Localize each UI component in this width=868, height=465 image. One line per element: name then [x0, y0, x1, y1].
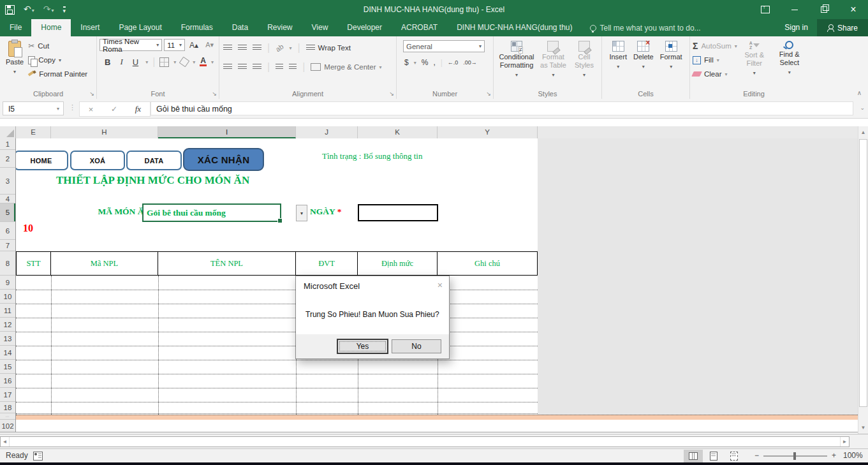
tab-review[interactable]: Review — [258, 19, 302, 36]
zoom-slider-thumb[interactable] — [793, 452, 796, 460]
horizontal-scrollbar[interactable]: ◄ ► — [0, 436, 850, 447]
row-header-13[interactable]: 13 — [0, 332, 15, 346]
row-header-16[interactable]: 16 — [0, 374, 15, 388]
name-box[interactable]: I5▾ — [3, 101, 64, 115]
row-header-15[interactable]: 15 — [0, 360, 15, 374]
decrease-font-size-button[interactable]: A▾ — [203, 41, 216, 49]
table-header-ma-npl[interactable]: Mã NPL — [51, 252, 158, 275]
increase-font-size-button[interactable]: A▴ — [187, 41, 201, 50]
delete-cells-button[interactable]: Delete ▾ — [630, 39, 657, 73]
column-header-h[interactable]: H — [51, 126, 158, 138]
borders-caret-icon[interactable]: ▾ — [173, 59, 176, 65]
sign-in-button[interactable]: Sign in — [776, 19, 817, 36]
tab-home[interactable]: Home — [31, 19, 71, 36]
row-102-cells[interactable] — [16, 420, 858, 432]
clear-button[interactable]: Clear▾ — [693, 67, 737, 81]
tab-acrobat[interactable]: ACROBAT — [392, 19, 447, 36]
align-center-icon[interactable] — [238, 64, 247, 70]
scroll-down-icon[interactable]: ▼ — [860, 425, 867, 431]
row-header-8[interactable]: 8 — [0, 251, 15, 276]
tell-me-box[interactable]: Tell me what you want to do... — [582, 19, 709, 36]
underline-caret-icon[interactable]: ▾ — [145, 59, 148, 65]
find-select-button[interactable]: Find & Select ▾ — [772, 39, 807, 81]
wrap-text-button[interactable]: Wrap Text — [306, 41, 351, 55]
zoom-in-button[interactable]: + — [832, 451, 836, 460]
row-header-6[interactable]: 6 — [0, 222, 15, 240]
column-header-y[interactable]: Y — [438, 126, 538, 138]
xac-nhan-button[interactable]: XÁC NHẬN — [183, 148, 264, 171]
no-button[interactable]: No — [392, 339, 441, 353]
scroll-right-icon[interactable]: ► — [840, 437, 849, 447]
column-header-e[interactable]: E — [16, 126, 51, 138]
column-header-k[interactable]: K — [358, 126, 438, 138]
dialog-close-icon[interactable]: × — [438, 280, 443, 290]
format-cells-button[interactable]: Format ▾ — [657, 39, 686, 73]
scroll-left-icon[interactable]: ◄ — [1, 437, 10, 447]
fill-color-icon[interactable] — [179, 57, 190, 68]
bold-button[interactable]: B — [102, 57, 113, 67]
row-header-11[interactable]: 11 — [0, 304, 15, 318]
zoom-slider[interactable] — [763, 455, 827, 457]
font-color-icon[interactable]: A — [200, 57, 207, 66]
font-color-caret-icon[interactable]: ▾ — [211, 59, 214, 65]
data-button[interactable]: DATA — [126, 151, 182, 170]
select-all-button[interactable] — [0, 126, 16, 138]
increase-indent-icon[interactable] — [289, 64, 297, 70]
cancel-icon[interactable]: × — [89, 105, 94, 114]
table-header-ten-npl[interactable]: TÊN NPL — [158, 252, 296, 275]
tab-insert[interactable]: Insert — [71, 19, 109, 36]
increase-decimal-button[interactable]: ←.0 — [448, 59, 459, 66]
accounting-caret-icon[interactable]: ▾ — [414, 60, 416, 66]
align-bottom-icon[interactable] — [253, 45, 261, 51]
underline-button[interactable]: U — [130, 57, 141, 67]
close-button[interactable]: × — [839, 0, 868, 19]
row-header-3[interactable]: 3 — [0, 168, 15, 195]
format-painter-button[interactable]: Format Painter — [28, 67, 87, 81]
decrease-indent-icon[interactable] — [276, 64, 283, 70]
row-header-7[interactable]: 7 — [0, 240, 15, 251]
align-right-icon[interactable] — [253, 64, 261, 70]
column-header-i[interactable]: I — [158, 126, 296, 138]
percent-style-button[interactable]: % — [422, 58, 429, 67]
restore-button[interactable] — [809, 0, 839, 19]
xoa-button[interactable]: XOÁ — [70, 151, 125, 170]
redo-button[interactable]: ↷▾ — [43, 0, 54, 20]
vertical-scrollbar[interactable]: ▲ ▼ — [858, 126, 868, 434]
tab-data[interactable]: Data — [223, 19, 258, 36]
accounting-format-button[interactable]: $ — [404, 58, 409, 67]
expand-formula-bar-icon[interactable]: ⌄ — [860, 105, 865, 111]
table-header-dvt[interactable]: ĐVT — [296, 252, 358, 275]
fill-color-caret-icon[interactable]: ▾ — [193, 59, 195, 65]
ngay-input-box[interactable] — [358, 204, 438, 221]
zoom-out-button[interactable]: − — [754, 451, 759, 460]
conditional-formatting-button[interactable]: Conditional Formatting ▾ — [496, 39, 537, 81]
decrease-decimal-button[interactable]: .00→ — [463, 59, 477, 66]
table-header-dinh-muc[interactable]: Định mức — [358, 252, 438, 275]
ribbon-display-options-button[interactable] — [751, 0, 780, 19]
align-left-icon[interactable] — [223, 64, 232, 70]
insert-function-icon[interactable]: fx — [135, 104, 141, 114]
formula-input[interactable]: Gỏi bê thui cầu mống — [151, 101, 853, 115]
tab-view[interactable]: View — [302, 19, 338, 36]
active-cell-i5[interactable]: Gỏi bê thui cầu mống — [142, 203, 281, 222]
normal-view-button[interactable] — [684, 450, 703, 462]
column-header-j[interactable]: J — [296, 126, 358, 138]
tab-formulas[interactable]: Formulas — [172, 19, 223, 36]
merge-center-button[interactable]: Merge & Center▾ — [311, 60, 381, 74]
tab-developer[interactable]: Developer — [337, 19, 392, 36]
insert-cells-button[interactable]: Insert ▾ — [606, 39, 630, 73]
tab-page-layout[interactable]: Page Layout — [109, 19, 171, 36]
undo-button[interactable]: ↶▾ — [24, 0, 34, 20]
share-button[interactable]: Share — [817, 19, 868, 36]
page-break-view-button[interactable] — [725, 450, 744, 462]
paste-button[interactable]: Paste ▾ — [3, 39, 27, 81]
collapse-ribbon-icon[interactable]: ∧ — [857, 89, 862, 96]
enter-icon[interactable]: ✓ — [111, 105, 117, 114]
row-header-102[interactable]: 102 — [0, 420, 15, 432]
yes-button[interactable]: Yes — [337, 339, 388, 353]
format-as-table-button[interactable]: Format as Table ▾ — [537, 39, 570, 81]
row-header-14[interactable]: 14 — [0, 346, 15, 360]
fill-button[interactable]: ↓Fill▾ — [693, 53, 737, 67]
borders-icon[interactable] — [159, 57, 169, 67]
row-header-9[interactable]: 9 — [0, 276, 15, 290]
